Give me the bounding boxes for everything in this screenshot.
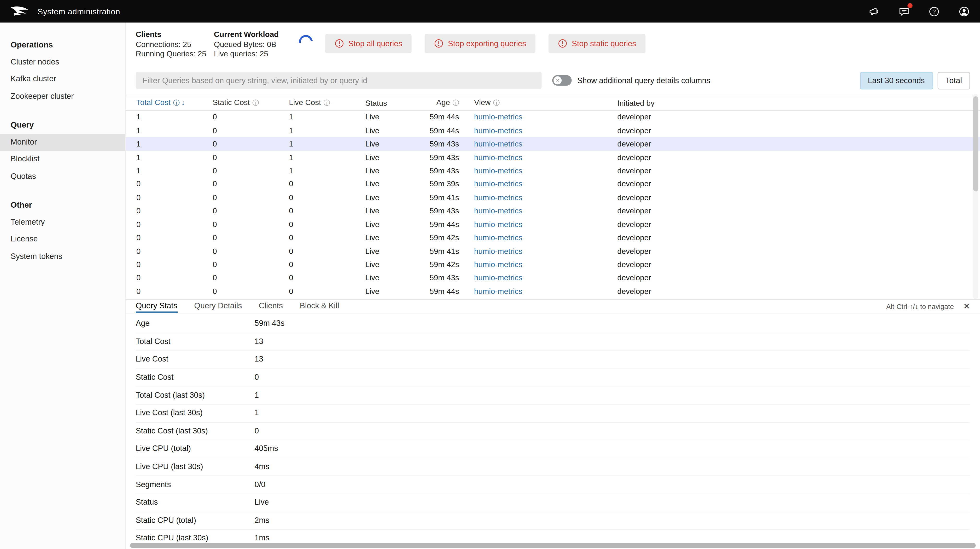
tab-block-kill[interactable]: Block & Kill	[300, 300, 339, 313]
view-link[interactable]: humio-metrics	[474, 287, 617, 296]
table-cell: 0	[137, 207, 213, 215]
view-link[interactable]: humio-metrics	[474, 166, 617, 175]
table-row[interactable]: 000Live59m 41shumio-metricsdeveloper	[126, 191, 980, 204]
table-cell: 59m 43s	[423, 207, 474, 215]
table-cell: 1	[289, 140, 365, 148]
table-cell: developer	[617, 193, 980, 202]
show-columns-toggle[interactable]: ✕	[552, 75, 572, 86]
info-icon[interactable]: ⓘ	[173, 99, 180, 106]
close-panel-icon[interactable]: ✕	[963, 302, 970, 310]
view-link[interactable]: humio-metrics	[474, 207, 617, 215]
sidebar-item-quotas[interactable]: Quotas	[0, 168, 125, 185]
info-icon[interactable]: ⓘ	[253, 99, 259, 106]
table-cell: 1	[137, 113, 213, 121]
vertical-scrollbar-thumb[interactable]	[973, 96, 978, 191]
sidebar-item-zookeeper-cluster[interactable]: Zookeeper cluster	[0, 88, 125, 105]
detail-row: Segments0/0	[136, 476, 970, 494]
view-link[interactable]: humio-metrics	[474, 126, 617, 135]
table-cell: Live	[365, 180, 423, 189]
sidebar-item-telemetry[interactable]: Telemetry	[0, 213, 125, 231]
help-icon[interactable]: ?	[928, 5, 940, 18]
detail-row: StatusLive	[136, 494, 970, 512]
feedback-chat-icon[interactable]	[897, 5, 910, 18]
view-link[interactable]: humio-metrics	[474, 274, 617, 282]
info-icon[interactable]: ⓘ	[453, 99, 459, 106]
announcements-megaphone-icon[interactable]	[867, 5, 880, 18]
detail-row: Live Cost (last 30s)1	[136, 405, 970, 423]
tab-query-stats[interactable]: Query Stats	[136, 300, 177, 313]
sidebar-item-monitor[interactable]: Monitor	[0, 134, 125, 151]
column-header-view[interactable]: Viewⓘ	[474, 98, 617, 108]
table-row[interactable]: 000Live59m 43shumio-metricsdeveloper	[126, 271, 980, 285]
table-cell: 0	[213, 234, 289, 242]
tab-clients[interactable]: Clients	[259, 300, 283, 313]
column-header-total-cost[interactable]: Total Costⓘ↓	[137, 98, 213, 108]
clients-stats: Clients Connections: 25 Running Queries:…	[136, 30, 214, 59]
detail-value: 59m 43s	[255, 320, 285, 328]
sidebar-item-cluster-nodes[interactable]: Cluster nodes	[0, 54, 125, 71]
queries-table: Total Costⓘ↓Static CostⓘLive CostⓘStatus…	[126, 95, 980, 298]
column-header-status[interactable]: Status	[365, 99, 423, 107]
detail-row: Live Cost13	[136, 351, 970, 369]
detail-value: 1ms	[255, 535, 269, 543]
sidebar-item-system-tokens[interactable]: System tokens	[0, 248, 125, 265]
range-last-30-seconds-button[interactable]: Last 30 seconds	[860, 72, 933, 89]
view-link[interactable]: humio-metrics	[474, 113, 617, 121]
stop-exporting-queries-button[interactable]: Stop exporting queries	[425, 34, 536, 53]
detail-value: 4ms	[255, 463, 269, 471]
range-total-button[interactable]: Total	[937, 72, 970, 89]
stop-all-queries-button[interactable]: Stop all queries	[325, 34, 412, 53]
tab-query-details[interactable]: Query Details	[194, 300, 242, 313]
account-icon[interactable]	[958, 5, 970, 18]
view-link[interactable]: humio-metrics	[474, 153, 617, 162]
column-header-live-cost[interactable]: Live Costⓘ	[289, 98, 365, 108]
table-header: Total Costⓘ↓Static CostⓘLive CostⓘStatus…	[126, 95, 980, 110]
column-header-age[interactable]: Ageⓘ	[423, 98, 474, 108]
table-row[interactable]: 000Live59m 41shumio-metricsdeveloper	[126, 245, 980, 258]
filter-queries-input[interactable]	[136, 72, 541, 89]
table-cell: developer	[617, 140, 980, 148]
table-row[interactable]: 000Live59m 43shumio-metricsdeveloper	[126, 204, 980, 218]
view-link[interactable]: humio-metrics	[474, 140, 617, 148]
table-row[interactable]: 000Live59m 39shumio-metricsdeveloper	[126, 177, 980, 191]
sidebar-item-blocklist[interactable]: Blocklist	[0, 151, 125, 168]
column-header-static-cost[interactable]: Static Costⓘ	[213, 98, 289, 108]
table-row[interactable]: 101Live59m 44shumio-metricsdeveloper	[126, 124, 980, 137]
stop-static-queries-button[interactable]: Stop static queries	[549, 34, 646, 53]
table-vertical-scrollbar[interactable]	[973, 94, 978, 299]
crowdstrike-falcon-logo-icon[interactable]	[10, 5, 30, 18]
view-link[interactable]: humio-metrics	[474, 220, 617, 229]
sidebar-item-license[interactable]: License	[0, 231, 125, 248]
table-cell: 59m 43s	[423, 274, 474, 282]
table-cell: developer	[617, 220, 980, 229]
table-row[interactable]: 101Live59m 43shumio-metricsdeveloper	[126, 137, 980, 151]
table-row[interactable]: 000Live59m 42shumio-metricsdeveloper	[126, 258, 980, 271]
view-link[interactable]: humio-metrics	[474, 260, 617, 269]
info-icon[interactable]: ⓘ	[493, 99, 500, 106]
column-header-initiated-by[interactable]: Initiated by	[617, 99, 980, 107]
table-cell: 0	[213, 287, 289, 296]
horizontal-scrollbar[interactable]	[130, 543, 976, 548]
horizontal-scrollbar-thumb[interactable]	[130, 543, 976, 548]
table-row[interactable]: 000Live59m 42shumio-metricsdeveloper	[126, 231, 980, 245]
view-link[interactable]: humio-metrics	[474, 193, 617, 202]
table-row[interactable]: 000Live59m 44shumio-metricsdeveloper	[126, 285, 980, 298]
info-icon[interactable]: ⓘ	[324, 99, 330, 106]
table-cell: 1	[137, 166, 213, 175]
table-row[interactable]: 000Live59m 44shumio-metricsdeveloper	[126, 218, 980, 231]
table-cell: Live	[365, 153, 423, 162]
view-link[interactable]: humio-metrics	[474, 180, 617, 189]
panel-tabs-right: Alt-Ctrl-↑/↓ to navigate ✕	[886, 300, 970, 313]
alert-circle-icon	[335, 39, 344, 48]
sidebar-item-kafka-cluster[interactable]: Kafka cluster	[0, 71, 125, 88]
view-link[interactable]: humio-metrics	[474, 247, 617, 256]
detail-label: Segments	[136, 481, 255, 489]
table-row[interactable]: 101Live59m 44shumio-metricsdeveloper	[126, 110, 980, 124]
table-cell: 1	[137, 153, 213, 162]
table-cell: Live	[365, 113, 423, 121]
detail-value: 2ms	[255, 517, 269, 525]
view-link[interactable]: humio-metrics	[474, 234, 617, 242]
table-row[interactable]: 101Live59m 43shumio-metricsdeveloper	[126, 151, 980, 164]
table-row[interactable]: 101Live59m 43shumio-metricsdeveloper	[126, 164, 980, 177]
table-cell: developer	[617, 126, 980, 135]
